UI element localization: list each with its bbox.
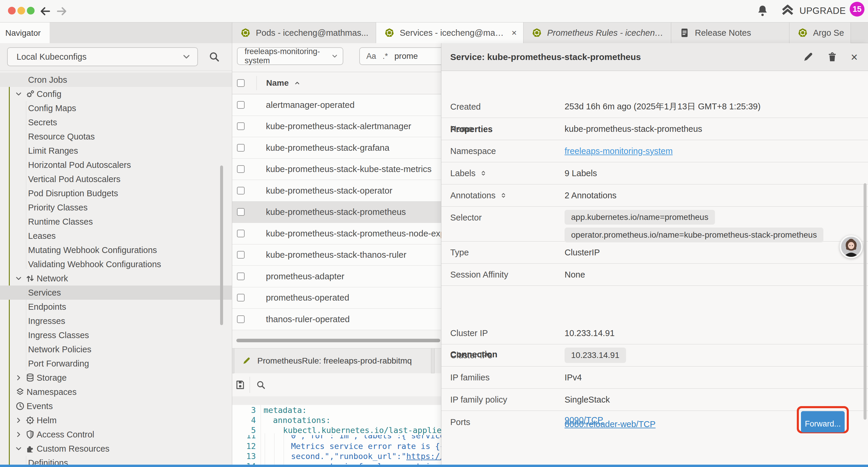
tree-item[interactable]: Port Forwarding [0, 356, 232, 371]
tree-item[interactable]: Priority Classes [0, 200, 232, 214]
tree-item[interactable]: Mutating Webhook Configurations [0, 243, 232, 257]
tree-item[interactable]: Ingress Classes [0, 328, 232, 342]
namespace-filter-select[interactable]: freeleaps-monitoring-system [237, 47, 343, 65]
tree-chevron-icon[interactable] [13, 416, 24, 425]
service-row[interactable]: thanos-ruler-operated [232, 309, 441, 330]
tree-item[interactable]: Network Policies [0, 342, 232, 356]
tree-item[interactable]: Runtime Classes [0, 214, 232, 229]
service-row[interactable]: kube-prometheus-stack-thanos-ruler [232, 244, 441, 266]
regex-toggle[interactable]: .* [382, 52, 388, 61]
tree-item[interactable]: Secrets [0, 115, 232, 129]
tree-item-label: Horizontal Pod Autoscalers [28, 160, 131, 170]
forward-button[interactable]: Forward... [801, 415, 845, 432]
edit-pencil-icon[interactable] [802, 52, 814, 63]
row-checkbox[interactable] [237, 230, 245, 237]
tree-item[interactable]: Config Maps [0, 101, 232, 115]
editor-tab[interactable]: PrometheusRule: freeleaps-prod-rabbitmq [234, 348, 431, 373]
yaml-editor[interactable]: 3 metadata: 4 annotations: 5 kubectl.kub… [232, 405, 441, 467]
cluster-tab[interactable]: Pods - icecheng@mathmas... [232, 23, 376, 43]
service-row[interactable]: alertmanager-operated [232, 94, 441, 116]
tree-item[interactable]: Horizontal Pod Autoscalers [0, 158, 232, 172]
tree-item[interactable]: Custom Resources [0, 442, 232, 456]
tree-item[interactable]: Network [0, 271, 232, 286]
notifications-bell-icon[interactable] [755, 4, 770, 18]
cluster-tab[interactable]: Argo Se [789, 23, 851, 43]
back-arrow-icon[interactable] [39, 5, 52, 18]
row-checkbox[interactable] [237, 294, 245, 301]
upgrade-button[interactable]: UPGRADE [780, 3, 846, 19]
service-row[interactable]: prometheus-adapter [232, 266, 441, 287]
avatar[interactable] [840, 235, 863, 258]
window-minimize-button[interactable] [18, 7, 25, 14]
row-checkbox[interactable] [237, 208, 245, 216]
cluster-tab[interactable]: Services - icecheng@math... × [376, 23, 524, 43]
service-row[interactable]: kube-prometheus-stack-operator [232, 180, 441, 202]
navigator-scrollbar[interactable] [220, 166, 223, 325]
service-row[interactable]: kube-prometheus-stack-prometheus [232, 202, 441, 223]
tree-item[interactable]: Limit Ranges [0, 144, 232, 158]
cluster-tab[interactable]: Prometheus Rules - icecheng... [524, 23, 671, 43]
tree-item[interactable]: Vertical Pod Autoscalers [0, 172, 232, 186]
detail-scrollbar[interactable] [864, 183, 867, 420]
tree-item[interactable]: Access Control [0, 428, 232, 442]
tree-item[interactable]: Resource Quotas [0, 129, 232, 144]
tree-chevron-icon[interactable] [13, 444, 24, 453]
editor-search-icon[interactable] [256, 380, 266, 390]
sort-icon[interactable] [500, 192, 507, 199]
service-row[interactable]: kube-prometheus-stack-kube-state-metrics [232, 159, 441, 180]
row-checkbox[interactable] [237, 251, 245, 259]
port-link[interactable]: 8080:reloader-web/TCP [565, 419, 656, 429]
detail-label-text: Annotations [450, 191, 495, 200]
tree-item[interactable]: Pod Disruption Budgets [0, 186, 232, 200]
kubeconfig-select[interactable]: Local Kubeconfigs [7, 47, 198, 66]
cluster-tab[interactable]: Release Notes [671, 23, 789, 43]
close-icon[interactable]: × [851, 51, 858, 63]
row-checkbox[interactable] [237, 122, 245, 130]
tree-item[interactable]: Leases [0, 229, 232, 243]
row-checkbox[interactable] [237, 187, 245, 195]
tab-close-icon[interactable]: × [512, 28, 517, 37]
service-row[interactable]: kube-prometheus-stack-prometheus-node-ex… [232, 223, 441, 244]
row-checkbox[interactable] [237, 315, 245, 323]
row-checkbox[interactable] [237, 272, 245, 280]
tree-item[interactable]: Ingresses [0, 314, 232, 328]
horizontal-scrollbar[interactable] [236, 339, 440, 342]
service-row[interactable]: kube-prometheus-stack-grafana [232, 137, 441, 159]
row-checkbox[interactable] [237, 101, 245, 109]
forward-arrow-icon[interactable] [56, 5, 68, 18]
save-icon[interactable] [235, 379, 246, 390]
select-all-checkbox[interactable] [237, 79, 245, 87]
tree-item[interactable]: Helm [0, 413, 232, 428]
delete-trash-icon[interactable] [827, 52, 838, 63]
tree-item[interactable]: Storage [0, 371, 232, 385]
tree-item[interactable]: Events [0, 399, 232, 413]
resource-search-input[interactable]: Aa .* prome [359, 47, 441, 65]
filter-row: freeleaps-monitoring-system Aa .* prome [232, 43, 441, 72]
tree-item[interactable]: Validating Webhook Configurations [0, 257, 232, 271]
window-maximize-button[interactable] [27, 7, 35, 14]
sort-icon[interactable] [479, 169, 487, 177]
notification-count-badge[interactable]: 15 [850, 2, 864, 17]
tree-item[interactable]: Endpoints [0, 300, 232, 314]
code-segment: Metrics service error rate is {{ $va [291, 442, 441, 451]
tree-chevron-icon[interactable] [13, 274, 24, 283]
row-checkbox[interactable] [237, 144, 245, 152]
tree-item[interactable]: Cron Jobs [0, 73, 232, 87]
window-close-button[interactable] [8, 7, 16, 14]
detail-row: IP families IPv4 [441, 367, 868, 389]
navigator-search-icon[interactable] [208, 51, 220, 63]
service-row[interactable]: kube-prometheus-stack-alertmanager [232, 116, 441, 138]
tree-chevron-icon[interactable] [13, 430, 24, 439]
code-text: metadata: [264, 406, 307, 415]
editor-tab-partial[interactable] [434, 348, 441, 373]
tree-item[interactable]: Services [0, 286, 232, 300]
match-case-toggle[interactable]: Aa [366, 52, 376, 61]
tree-item[interactable]: Config [0, 87, 232, 101]
tree-chevron-icon[interactable] [13, 374, 24, 382]
tree-chevron-icon[interactable] [13, 90, 24, 98]
row-checkbox[interactable] [237, 165, 245, 173]
tree-item[interactable]: Namespaces [0, 385, 232, 399]
navigator-tab[interactable]: Navigator [0, 23, 50, 43]
name-column-header[interactable]: Name [266, 78, 301, 88]
service-row[interactable]: prometheus-operated [232, 287, 441, 309]
